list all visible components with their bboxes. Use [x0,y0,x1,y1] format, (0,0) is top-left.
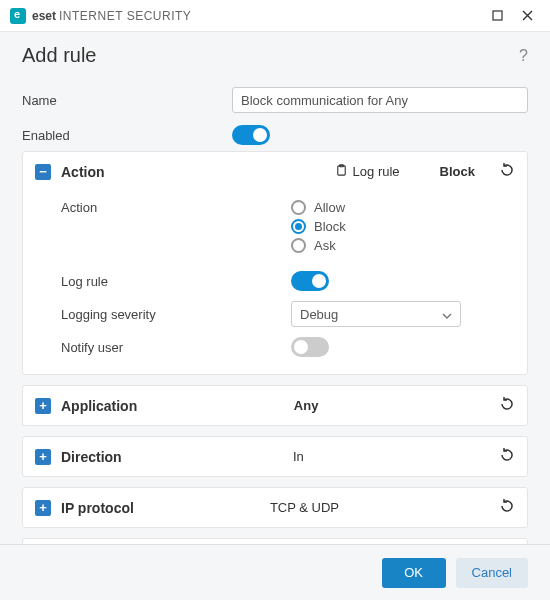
panel-application: Application Any [22,385,528,426]
collapse-icon [35,164,51,180]
ok-button[interactable]: OK [382,558,446,588]
radio-ask-label: Ask [314,238,336,253]
panel-application-summary: Any [137,398,475,413]
radio-ask[interactable]: Ask [291,238,346,253]
maximize-icon [492,10,503,21]
panel-action-header[interactable]: Action Log rule Block [23,152,527,191]
cancel-button[interactable]: Cancel [456,558,528,588]
svg-rect-0 [493,11,502,20]
revert-button[interactable] [499,498,515,517]
product-name: INTERNET SECURITY [59,9,191,23]
revert-icon [499,396,515,412]
radio-block[interactable]: Block [291,219,346,234]
expand-icon [35,449,51,465]
panel-direction-summary: In [122,449,475,464]
close-icon [522,10,533,21]
name-input[interactable] [232,87,528,113]
maximize-button[interactable] [482,2,512,30]
brand-name: eset [32,9,56,23]
panel-application-title: Application [61,398,137,414]
panel-local-host: Local host Any [22,538,528,544]
help-icon[interactable]: ? [519,47,528,65]
revert-icon [499,447,515,463]
logrule-label: Log rule [61,274,291,289]
panel-action: Action Log rule Block Action [22,151,528,375]
footer: OK Cancel [0,544,550,600]
panel-application-header[interactable]: Application Any [23,386,527,425]
radio-icon [291,238,306,253]
radio-icon [291,219,306,234]
expand-icon [35,500,51,516]
panel-ip-protocol-header[interactable]: IP protocol TCP & UDP [23,488,527,527]
radio-allow[interactable]: Allow [291,200,346,215]
radio-block-label: Block [314,219,346,234]
page-header: Add rule ? [0,32,550,75]
chevron-down-icon [442,307,452,322]
panel-local-host-header[interactable]: Local host Any [23,539,527,544]
action-radio-group: Allow Block Ask [291,200,346,253]
revert-button[interactable] [499,447,515,466]
panel-direction: Direction In [22,436,528,477]
panel-direction-title: Direction [61,449,122,465]
action-label: Action [61,200,291,215]
panel-direction-header[interactable]: Direction In [23,437,527,476]
notify-toggle[interactable] [291,337,329,357]
enabled-label: Enabled [22,128,232,143]
titlebar: eset INTERNET SECURITY [0,0,550,32]
summary-action-label: Block [440,164,475,179]
eset-logo [10,8,26,24]
revert-button[interactable] [499,162,515,181]
enabled-toggle[interactable] [232,125,270,145]
notify-label: Notify user [61,340,291,355]
content-area: Name Enabled Action Log rule Block [0,75,550,544]
panel-ip-protocol-title: IP protocol [61,500,134,516]
expand-icon [35,398,51,414]
close-button[interactable] [512,2,542,30]
radio-allow-label: Allow [314,200,345,215]
summary-log-label: Log rule [353,164,400,179]
revert-icon [499,162,515,178]
panel-action-title: Action [61,164,105,180]
panel-action-summary: Log rule Block [335,164,475,180]
panel-ip-protocol-summary: TCP & UDP [134,500,475,515]
log-icon [335,164,348,180]
logrule-toggle[interactable] [291,271,329,291]
revert-button[interactable] [499,396,515,415]
severity-label: Logging severity [61,307,291,322]
panel-ip-protocol: IP protocol TCP & UDP [22,487,528,528]
page-title: Add rule [22,44,97,67]
name-label: Name [22,93,232,108]
severity-select[interactable]: Debug [291,301,461,327]
revert-icon [499,498,515,514]
panel-action-body: Action Allow Block Ask [23,191,527,374]
radio-icon [291,200,306,215]
severity-value: Debug [300,307,338,322]
